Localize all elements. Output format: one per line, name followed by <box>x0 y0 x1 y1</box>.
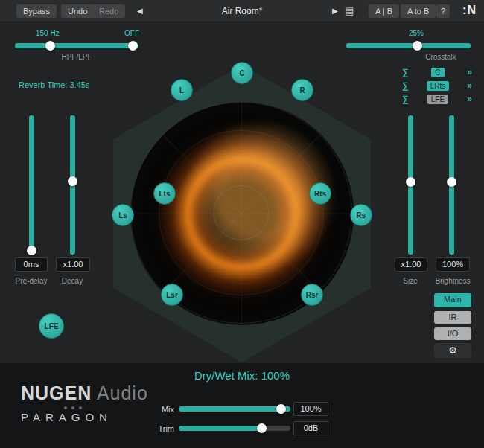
lpf-handle[interactable] <box>128 41 138 51</box>
channel-node-button[interactable]: Lts <box>153 182 176 205</box>
chevron-right-icon[interactable]: » <box>467 94 472 104</box>
channel-node-button[interactable]: Ls <box>112 204 134 226</box>
channel-node-button[interactable]: L <box>171 79 193 101</box>
brand-name: NUGEN <box>21 383 92 403</box>
lpf-value: OFF <box>124 29 139 37</box>
hpf-lpf-slider[interactable] <box>15 43 138 48</box>
reverb-time-label: Reverb Time: 3.45s <box>19 80 89 89</box>
trim-value[interactable]: 0dB <box>293 421 328 435</box>
ab-compare-button[interactable]: A | B <box>369 4 399 18</box>
settings-button[interactable]: ⚙ <box>434 343 471 358</box>
hpf-value: 150 Hz <box>36 29 60 37</box>
predelay-handle[interactable] <box>27 246 36 255</box>
crosstalk-slider[interactable] <box>346 43 471 48</box>
help-button[interactable]: ? <box>436 4 450 18</box>
main-view-button[interactable]: Main <box>434 293 471 307</box>
dry-wet-mix-label: Dry/Wet Mix: 100% <box>194 369 290 382</box>
io-view-button[interactable]: I/O <box>434 327 471 340</box>
sum-icon[interactable]: ∑ <box>402 67 409 77</box>
top-toolbar: Bypass Undo Redo ◀ Air Room* ▶ ▤ A | B A… <box>0 0 484 22</box>
mix-handle[interactable] <box>276 404 286 414</box>
predelay-slider[interactable] <box>29 115 34 255</box>
mix-label: Mix <box>156 405 174 414</box>
decay-label: Decay <box>50 277 95 285</box>
brightness-handle[interactable] <box>447 177 456 187</box>
preset-list-icon[interactable]: ▤ <box>345 5 354 16</box>
mix-slider[interactable] <box>179 406 290 412</box>
predelay-label: Pre-delay <box>9 277 54 285</box>
sum-icon[interactable]: ∑ <box>402 80 409 91</box>
preset-name[interactable]: Air Room* <box>222 6 263 16</box>
trim-fill <box>179 426 262 431</box>
crosstalk-channel-button[interactable]: LFE <box>427 95 448 104</box>
redo-button[interactable]: Redo <box>92 4 125 18</box>
nugen-logo-icon: :N <box>462 4 477 17</box>
undo-button[interactable]: Undo <box>61 4 94 18</box>
product-name: PARAGON <box>21 411 148 423</box>
size-handle[interactable] <box>406 177 415 187</box>
brand-dots <box>64 406 148 409</box>
size-label: Size <box>388 277 433 285</box>
channel-node-button[interactable]: R <box>291 79 313 101</box>
gear-icon: ⚙ <box>448 345 457 356</box>
trim-handle[interactable] <box>257 423 267 433</box>
predelay-value[interactable]: 0ms <box>15 257 48 272</box>
chevron-right-icon[interactable]: » <box>467 67 472 77</box>
channel-node-button[interactable]: Rs <box>350 204 372 226</box>
size-value[interactable]: x1.00 <box>395 257 427 272</box>
crosstalk-row: ∑C» <box>402 66 472 78</box>
crosstalk-handle[interactable] <box>413 41 422 51</box>
channel-node-button[interactable]: Lsr <box>161 284 183 306</box>
bottom-panel: Dry/Wet Mix: 100% NUGEN Audio PARAGON Mi… <box>0 363 484 448</box>
lfe-node-button[interactable]: LFE <box>39 313 64 339</box>
brightness-label: Brightness <box>430 277 475 285</box>
mix-value[interactable]: 100% <box>293 402 328 416</box>
ir-view-button[interactable]: IR <box>434 311 471 324</box>
crosstalk-label: Crosstalk <box>411 53 471 61</box>
decay-value[interactable]: x1.00 <box>56 257 90 272</box>
crosstalk-value: 25% <box>409 29 424 37</box>
previous-preset-icon[interactable]: ◀ <box>137 7 143 15</box>
brand-suffix: Audio <box>97 383 148 403</box>
crosstalk-channel-button[interactable]: C <box>431 68 444 77</box>
crosstalk-channel-button[interactable]: LRts <box>427 81 450 91</box>
brightness-value[interactable]: 100% <box>436 257 470 272</box>
brand-block: NUGEN Audio PARAGON <box>21 383 148 423</box>
channel-node-button[interactable]: Rts <box>309 182 331 205</box>
crosstalk-row: ∑LFE» <box>402 93 472 105</box>
channel-node-button[interactable]: Rsr <box>301 284 323 306</box>
a-to-b-button[interactable]: A to B <box>401 4 436 18</box>
decay-handle[interactable] <box>68 176 77 186</box>
filter-label: HPF/LPF <box>54 53 99 61</box>
crosstalk-row: ∑LRts» <box>402 80 472 92</box>
trim-slider[interactable] <box>179 426 290 431</box>
bypass-button[interactable]: Bypass <box>16 4 57 18</box>
paragon-plugin-window: Bypass Undo Redo ◀ Air Room* ▶ ▤ A | B A… <box>0 0 484 448</box>
hpf-handle[interactable] <box>45 41 55 51</box>
trim-label: Trim <box>156 424 174 433</box>
channel-node-button[interactable]: C <box>231 62 253 84</box>
sum-icon[interactable]: ∑ <box>402 94 409 104</box>
next-preset-icon[interactable]: ▶ <box>332 7 338 15</box>
chevron-right-icon[interactable]: » <box>467 80 472 91</box>
